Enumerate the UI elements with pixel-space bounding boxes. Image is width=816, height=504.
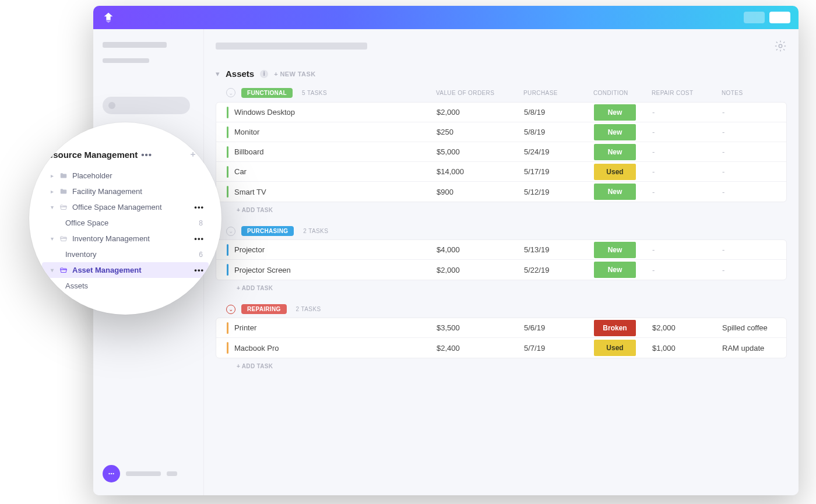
more-icon[interactable]: ••• — [194, 234, 206, 243]
table-row[interactable]: Monitor $250 5/8/19 New - - — [216, 122, 786, 142]
col-value[interactable]: VALUE OF ORDERS — [436, 90, 523, 96]
folder-icon — [59, 172, 68, 180]
status-badge-functional[interactable]: FUNCTIONAL — [241, 88, 293, 98]
sidebar-item-label: Inventory — [65, 250, 194, 259]
window-control-1[interactable] — [744, 12, 765, 23]
sidebar-item-inventory-management[interactable]: ▾ Inventory Management ••• — [42, 231, 209, 246]
cell-purchase: 5/8/19 — [524, 128, 594, 136]
cell-repair: $2,000 — [652, 323, 722, 332]
task-name: Printer — [234, 323, 256, 332]
collapse-icon[interactable]: ⌄ — [226, 227, 235, 236]
folder-open-icon — [59, 203, 68, 212]
col-condition[interactable]: CONDITION — [593, 90, 652, 96]
settings-gear-icon[interactable] — [774, 40, 787, 52]
condition-badge[interactable]: New — [594, 242, 636, 258]
cell-value: $14,000 — [437, 167, 524, 176]
cell-repair: - — [652, 188, 722, 196]
cell-repair: - — [652, 245, 722, 254]
cell-notes: RAM update — [722, 344, 787, 353]
cell-value: $4,000 — [437, 245, 524, 254]
table-row[interactable]: Smart TV $900 5/12/19 New - - — [216, 182, 786, 202]
condition-badge[interactable]: New — [594, 124, 636, 140]
cell-purchase: 5/8/19 — [524, 108, 594, 117]
cell-repair: - — [652, 266, 722, 274]
window-control-2[interactable] — [769, 12, 790, 23]
group-count: 2 TASKS — [296, 306, 321, 312]
chevron-down-icon[interactable]: ▾ — [216, 69, 220, 78]
sidebar-item-assets[interactable]: Assets 10 — [42, 278, 209, 294]
list-title: Assets — [226, 69, 254, 79]
add-task-button[interactable]: + ADD TASK — [216, 358, 787, 374]
condition-badge[interactable]: New — [594, 144, 636, 160]
condition-badge[interactable]: New — [594, 104, 636, 121]
sidebar-item-office-space[interactable]: Office Space 8 — [42, 215, 209, 231]
table-row[interactable]: Billboard $5,000 5/24/19 New - - — [216, 142, 786, 162]
condition-badge[interactable]: Used — [594, 164, 636, 180]
main-content: ▾ Assets i + NEW TASK ⌄ FUNCTIONAL 5 TAS… — [204, 29, 799, 495]
cell-purchase: 5/7/19 — [524, 344, 594, 353]
table-row[interactable]: Macbook Pro $2,400 5/7/19 Used $1,000 RA… — [216, 338, 786, 358]
sidebar-item-label: Assets — [65, 281, 191, 290]
condition-badge[interactable]: Broken — [594, 320, 636, 336]
condition-badge[interactable]: New — [594, 262, 636, 278]
item-count: 6 — [199, 251, 206, 259]
list-header: ▾ Assets i + NEW TASK — [216, 69, 787, 79]
cell-notes: - — [722, 266, 787, 274]
more-icon[interactable]: ••• — [141, 150, 152, 160]
col-repair[interactable]: REPAIR COST — [652, 90, 722, 96]
cell-value: $2,000 — [437, 266, 524, 274]
sidebar-item-placeholder[interactable]: ▸ Placeholder — [42, 168, 209, 184]
chevron-down-icon: ▾ — [49, 235, 55, 242]
cell-value: $2,400 — [437, 344, 524, 353]
svg-point-2 — [112, 473, 114, 474]
add-task-button[interactable]: + ADD TASK — [216, 280, 787, 296]
sidebar-footer-skeleton-1 — [126, 471, 161, 476]
collapse-icon[interactable]: ⌄ — [226, 305, 235, 314]
new-task-button[interactable]: + NEW TASK — [274, 71, 315, 77]
status-badge-purchasing[interactable]: PURCHASING — [241, 226, 294, 236]
col-notes[interactable]: NOTES — [722, 90, 799, 96]
collapse-icon[interactable]: ⌄ — [226, 88, 235, 97]
sidebar-item-label: Asset Management — [72, 266, 189, 274]
table-row[interactable]: Car $14,000 5/17/19 Used - - — [216, 162, 786, 182]
cell-purchase: 5/13/19 — [524, 245, 594, 254]
sidebar-item-office-space-management[interactable]: ▾ Office Space Management ••• — [42, 199, 209, 215]
cell-value: $5,000 — [437, 147, 524, 156]
sidebar-item-asset-management[interactable]: ▾ Asset Management ••• — [42, 262, 209, 278]
more-icon[interactable]: ••• — [194, 203, 206, 212]
chevron-right-icon: ▸ — [49, 188, 55, 195]
chat-icon[interactable] — [103, 465, 120, 482]
cell-value: $250 — [437, 128, 524, 136]
cell-notes: - — [722, 108, 787, 117]
info-icon[interactable]: i — [260, 70, 268, 78]
table-row[interactable]: Windows Desktop $2,000 5/8/19 New - - — [216, 103, 786, 122]
sidebar-skeleton-1 — [103, 42, 167, 48]
col-purchase[interactable]: PURCHASE — [523, 90, 593, 96]
svg-point-0 — [108, 473, 110, 474]
sidebar-item-label: Facility Management — [72, 187, 206, 196]
task-name: Billboard — [234, 147, 264, 156]
condition-badge[interactable]: New — [594, 184, 636, 200]
status-badge-repairing[interactable]: REPAIRING — [241, 304, 287, 314]
group-functional: ⌄ FUNCTIONAL 5 TASKS VALUE OF ORDERS PUR… — [216, 84, 787, 218]
cell-repair: - — [652, 147, 722, 156]
condition-badge[interactable]: Used — [594, 340, 636, 356]
add-task-button[interactable]: + ADD TASK — [216, 202, 787, 218]
status-accent — [227, 107, 228, 118]
table-row[interactable]: Projector $4,000 5/13/19 New - - — [216, 240, 786, 260]
table-row[interactable]: Printer $3,500 5/6/19 Broken $2,000 Spil… — [216, 318, 786, 338]
status-accent — [227, 322, 228, 334]
cell-value: $2,000 — [437, 108, 524, 117]
status-accent — [227, 166, 228, 178]
item-count: 8 — [199, 219, 206, 227]
sidebar-item-inventory[interactable]: Inventory 6 — [42, 246, 209, 262]
sidebar-item-facility-management[interactable]: ▸ Facility Management — [42, 184, 209, 199]
table-row[interactable]: Projector Screen $2,000 5/22/19 New - - — [216, 260, 786, 280]
sidebar-search[interactable] — [103, 97, 190, 114]
cell-purchase: 5/12/19 — [524, 188, 594, 196]
space-title[interactable]: Resource Management — [42, 150, 138, 160]
task-name: Macbook Pro — [234, 344, 279, 353]
status-accent — [227, 146, 228, 158]
cell-purchase: 5/24/19 — [524, 147, 594, 156]
group-repairing: ⌄ REPAIRING 2 TASKS Printer $3,500 5/6/1… — [216, 302, 787, 374]
